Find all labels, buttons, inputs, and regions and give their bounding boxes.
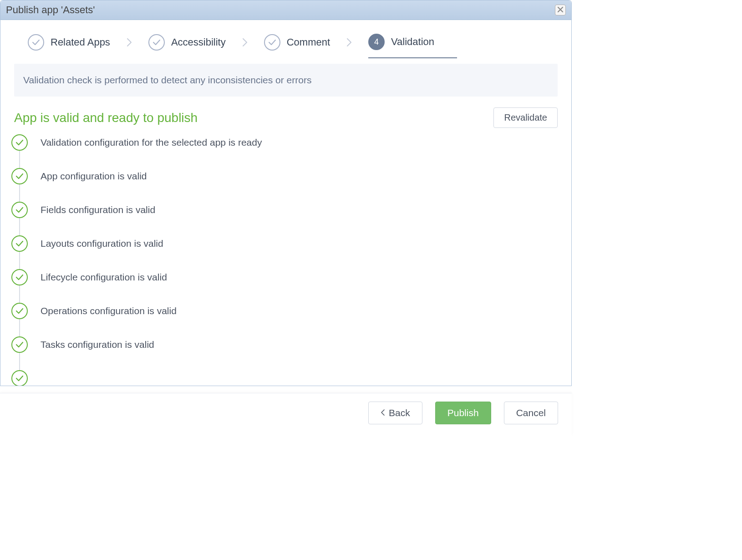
check-circle-icon	[28, 34, 44, 51]
check-circle-icon	[11, 303, 28, 319]
step-label: Validation	[391, 36, 434, 48]
check-circle-icon	[11, 168, 28, 184]
publish-app-dialog: Publish app 'Assets' Related Apps A	[0, 0, 572, 386]
step-label: Related Apps	[51, 36, 110, 48]
connector-line	[19, 151, 20, 168]
connector-line	[19, 319, 20, 336]
back-button-label: Back	[389, 407, 410, 418]
dialog-footer: Back Publish Cancel	[0, 393, 572, 436]
checklist-item: Operations configuration is valid	[11, 303, 558, 336]
close-button[interactable]	[555, 5, 566, 15]
connector-line	[19, 184, 20, 202]
check-circle-icon	[11, 269, 28, 285]
back-button[interactable]: Back	[368, 402, 422, 424]
info-banner: Validation check is performed to detect …	[14, 64, 558, 97]
step-number-icon: 4	[368, 34, 385, 50]
connector-line	[19, 252, 20, 269]
checklist-item-label: Tasks configuration is valid	[28, 336, 154, 350]
dialog-title: Publish app 'Assets'	[6, 4, 95, 16]
cancel-button[interactable]: Cancel	[504, 402, 558, 424]
cancel-button-label: Cancel	[516, 407, 546, 418]
connector-line	[19, 353, 20, 370]
checklist-item-label: Lifecycle configuration is valid	[28, 269, 167, 283]
chevron-right-icon	[110, 38, 148, 54]
publish-button[interactable]: Publish	[435, 402, 491, 424]
step-related-apps[interactable]: Related Apps	[28, 34, 110, 58]
revalidate-button[interactable]: Revalidate	[493, 107, 558, 128]
chevron-right-icon	[330, 38, 368, 54]
checklist-item-label	[28, 370, 41, 373]
checklist-item: Tasks configuration is valid	[11, 336, 558, 370]
connector-line	[19, 285, 20, 303]
step-label: Accessibility	[171, 36, 226, 48]
chevron-right-icon	[226, 38, 264, 54]
validation-checklist: Validation configuration for the selecte…	[0, 132, 571, 386]
step-validation[interactable]: 4 Validation	[368, 34, 457, 58]
checklist-item: Layouts configuration is valid	[11, 235, 558, 269]
check-circle-icon	[11, 134, 28, 151]
checklist-item-label: Validation configuration for the selecte…	[28, 134, 262, 148]
step-comment[interactable]: Comment	[264, 34, 330, 58]
check-circle-icon	[11, 370, 28, 386]
checklist-item-label: App configuration is valid	[28, 168, 147, 182]
check-circle-icon	[264, 34, 280, 51]
check-circle-icon	[11, 202, 28, 218]
step-label: Comment	[287, 36, 330, 48]
status-row: App is valid and ready to publish Revali…	[0, 97, 571, 132]
info-banner-text: Validation check is performed to detect …	[23, 75, 311, 85]
checklist-item-label: Fields configuration is valid	[28, 202, 155, 215]
checklist-item-label: Layouts configuration is valid	[28, 235, 163, 249]
check-circle-icon	[11, 235, 28, 252]
connector-line	[19, 218, 20, 235]
checklist-item: Validation configuration for the selecte…	[11, 134, 558, 168]
checklist-item: Fields configuration is valid	[11, 202, 558, 235]
checklist-item-label: Operations configuration is valid	[28, 303, 177, 316]
publish-button-label: Publish	[447, 407, 479, 418]
validation-status-title: App is valid and ready to publish	[14, 111, 198, 125]
wizard-steps: Related Apps Accessibility Comment	[0, 20, 571, 64]
dialog-title-bar: Publish app 'Assets'	[0, 0, 571, 20]
checklist-item: Lifecycle configuration is valid	[11, 269, 558, 303]
chevron-left-icon	[381, 407, 385, 418]
checklist-item	[11, 370, 558, 386]
close-icon	[558, 6, 563, 14]
step-accessibility[interactable]: Accessibility	[148, 34, 226, 58]
check-circle-icon	[11, 336, 28, 353]
checklist-item: App configuration is valid	[11, 168, 558, 202]
check-circle-icon	[148, 34, 165, 51]
